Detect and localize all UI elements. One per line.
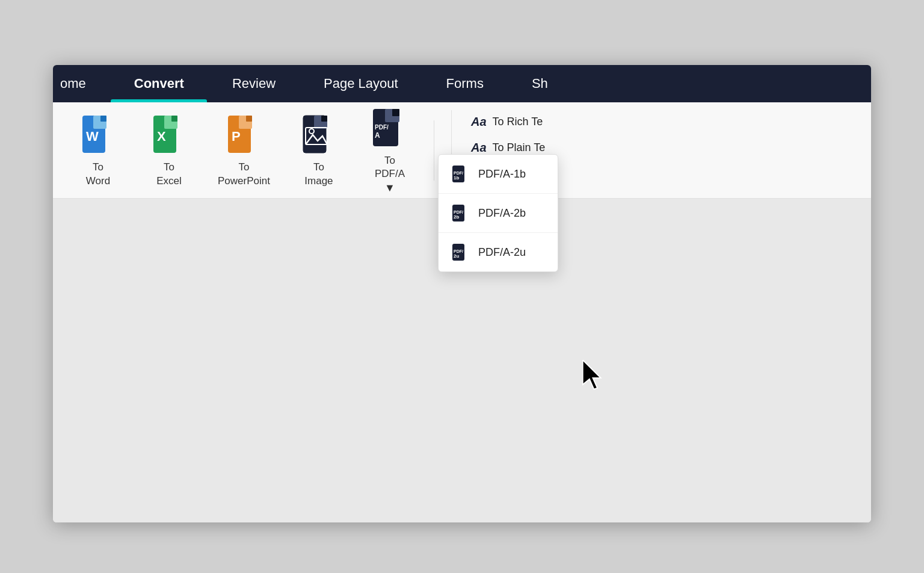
svg-text:A: A bbox=[375, 131, 380, 140]
word-icon: W bbox=[79, 113, 117, 156]
pdfa-1b-option[interactable]: PDF/ 1b PDF/A-1b bbox=[439, 155, 558, 194]
to-rich-text-button[interactable]: Aa To Rich Te bbox=[464, 110, 555, 134]
pdfa-2u-label: PDF/A-2u bbox=[478, 246, 526, 259]
svg-text:1b: 1b bbox=[454, 175, 459, 181]
svg-text:PDF/: PDF/ bbox=[375, 124, 389, 131]
pdfa-2u-icon: PDF/ 2u bbox=[451, 243, 470, 262]
image-icon bbox=[300, 113, 338, 156]
svg-text:PDF/: PDF/ bbox=[454, 249, 463, 253]
svg-text:2u: 2u bbox=[454, 253, 459, 259]
svg-text:PDF/: PDF/ bbox=[454, 210, 463, 214]
pdfa-2b-option[interactable]: PDF/ 2b PDF/A-2b bbox=[439, 194, 558, 233]
pdfa-2u-option[interactable]: PDF/ 2u PDF/A-2u bbox=[439, 233, 558, 271]
svg-rect-10 bbox=[246, 116, 252, 122]
svg-rect-6 bbox=[171, 116, 177, 122]
svg-text:2b: 2b bbox=[454, 214, 459, 220]
svg-rect-19 bbox=[392, 109, 399, 116]
ribbon-separator bbox=[434, 120, 434, 181]
svg-text:W: W bbox=[86, 129, 99, 144]
app-window: ome Convert Review Page Layout Forms Sh bbox=[53, 65, 871, 522]
pdfa-2b-icon: PDF/ 2b bbox=[451, 203, 470, 223]
aa-plain-icon: Aa bbox=[471, 141, 487, 155]
nav-bar: ome Convert Review Page Layout Forms Sh bbox=[53, 65, 871, 102]
excel-icon: X bbox=[150, 113, 188, 156]
tab-page-layout[interactable]: Page Layout bbox=[300, 65, 422, 102]
to-pdfa-label: ToPDF/A bbox=[375, 154, 405, 181]
pdfa-icon: PDF/ A bbox=[371, 106, 409, 149]
svg-text:P: P bbox=[232, 129, 241, 144]
ppt-icon: P bbox=[224, 113, 263, 156]
to-plain-text-label: To Plain Te bbox=[493, 141, 546, 154]
svg-rect-14 bbox=[321, 116, 327, 122]
pdfa-1b-label: PDF/A-1b bbox=[478, 168, 526, 181]
pdfa-dropdown-menu: PDF/ 1b PDF/A-1b PDF/ 2b PDF/A-2b PDF/ bbox=[438, 154, 558, 272]
pdfa-1b-icon: PDF/ 1b bbox=[451, 164, 470, 184]
tab-review[interactable]: Review bbox=[208, 65, 300, 102]
tab-home[interactable]: ome bbox=[53, 65, 110, 102]
pdfa-2b-label: PDF/A-2b bbox=[478, 207, 526, 220]
svg-text:X: X bbox=[157, 129, 166, 144]
to-rich-text-label: To Rich Te bbox=[493, 116, 543, 128]
svg-text:PDF/: PDF/ bbox=[454, 171, 463, 175]
tab-sh[interactable]: Sh bbox=[508, 65, 555, 102]
aa-rich-icon: Aa bbox=[471, 115, 487, 129]
svg-rect-2 bbox=[100, 116, 106, 122]
tab-forms[interactable]: Forms bbox=[422, 65, 508, 102]
tab-convert[interactable]: Convert bbox=[110, 65, 208, 102]
